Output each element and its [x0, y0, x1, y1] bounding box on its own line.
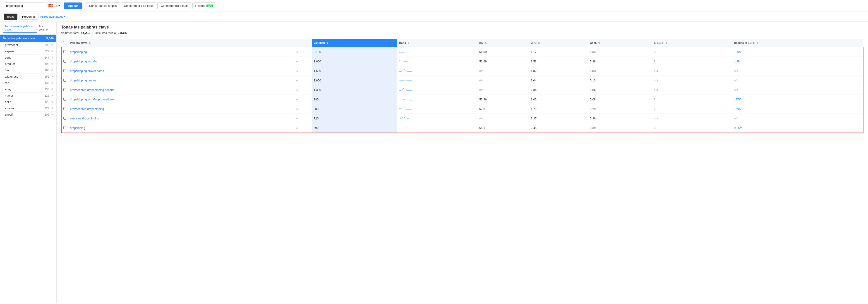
sort-icon-cpc: ⇅: [538, 42, 540, 44]
main-layout: Por número de palabras clave Por volumen…: [0, 22, 868, 303]
th-kd[interactable]: KD ⇅: [477, 39, 529, 47]
sidebar-tab-count[interactable]: Por número de palabras clave: [3, 24, 37, 33]
search-input[interactable]: [4, 2, 44, 9]
trend-chart: [399, 59, 412, 64]
th-com[interactable]: Com. ⇅: [588, 39, 652, 47]
cell-value: 1.04: [531, 79, 536, 82]
eye-icon[interactable]: 👁: [51, 50, 54, 53]
th-results[interactable]: Results in SERP ⇅: [732, 39, 863, 47]
keyword-link[interactable]: dropshiping: [70, 126, 85, 130]
keyword-link[interactable]: proveedores dropshipping españa: [70, 88, 115, 92]
sidebar-item-left: › onlin: [3, 100, 11, 104]
eye-icon[interactable]: 👁: [51, 88, 54, 91]
select-all-checkbox[interactable]: [63, 41, 66, 44]
filter-preguntas[interactable]: Preguntas: [19, 13, 38, 20]
keyword-link[interactable]: dropshipping: [70, 50, 87, 54]
sidebar-item[interactable]: › amazon 121 👁: [0, 105, 56, 111]
sidebar-keyword-label: hac: [5, 69, 10, 72]
add-keyword-button[interactable]: + Añadir a Keyword Analyzer: [819, 22, 864, 22]
sidebar-item-left: › españa: [3, 49, 14, 53]
row-checkbox[interactable]: [63, 98, 66, 101]
keyword-link[interactable]: dropshipping españa proveedores: [70, 98, 115, 101]
filter-rows-icon[interactable]: ⇌: [296, 60, 298, 63]
eye-icon[interactable]: 👁: [51, 43, 54, 46]
keyword-link[interactable]: dropshipping proveedores: [70, 69, 104, 73]
keyword-link[interactable]: proveedores dropshipping: [70, 107, 104, 111]
keyword-link[interactable]: dropshipping españa: [70, 60, 97, 63]
row-checkbox[interactable]: [63, 126, 66, 129]
filter-rows-icon[interactable]: ⇌: [296, 88, 298, 92]
td-filter-icon: ⇌: [293, 76, 312, 85]
eye-icon[interactable]: 👁: [51, 107, 54, 110]
td-filter-icon: ⇌: [293, 95, 312, 104]
sidebar-item[interactable]: › rop 136 👁: [0, 80, 56, 86]
sidebar-item[interactable]: › proveedor 392 👁: [0, 42, 56, 48]
sort-icon-kd: ⇅: [485, 42, 487, 44]
sidebar-item[interactable]: › shopifi 105 👁: [0, 111, 56, 118]
row-checkbox[interactable]: [63, 88, 66, 91]
results-link[interactable]: 197K: [734, 98, 741, 101]
advanced-filters[interactable]: Filtros avanzados ▾: [40, 15, 66, 18]
td-com: 0.86: [588, 85, 652, 95]
apply-button[interactable]: Aplicar: [64, 2, 82, 9]
row-checkbox[interactable]: [63, 60, 66, 63]
tab-exact[interactable]: Concordancia exacta: [157, 2, 192, 9]
row-checkbox[interactable]: [63, 50, 66, 53]
filter-rows-icon[interactable]: ⇌: [296, 107, 298, 111]
filter-rows-icon[interactable]: ⇌: [296, 50, 298, 54]
sidebar-item[interactable]: › mayor 126 👁: [0, 93, 56, 99]
results-link[interactable]: 759K: [734, 107, 741, 111]
filter-todas[interactable]: Todas: [4, 13, 18, 20]
keyword-link[interactable]: servicios dropshipping: [70, 117, 99, 120]
th-trend[interactable]: Trend ⇅: [397, 39, 477, 47]
sidebar-item[interactable]: › españa 329 👁: [0, 48, 56, 55]
eye-icon[interactable]: 👁: [51, 100, 54, 104]
sidebar-item[interactable]: › tiend 244 👁: [0, 55, 56, 61]
results-link[interactable]: 120M: [734, 50, 741, 54]
results-link[interactable]: 1.2M: [734, 60, 741, 63]
sidebar-item[interactable]: › ebay 133 👁: [0, 86, 56, 93]
filter-rows-icon[interactable]: ⇌: [296, 117, 298, 120]
results-link[interactable]: 99.5M: [734, 126, 742, 130]
filter-rows-icon[interactable]: ⇌: [296, 69, 298, 73]
sidebar-tab-volume[interactable]: Por volumen: [37, 24, 54, 32]
eye-icon[interactable]: 👁: [51, 94, 54, 97]
eye-icon[interactable]: 👁: [51, 75, 54, 78]
tab-phrase[interactable]: Concordancia de frase: [121, 2, 157, 9]
td-kd: 57.87: [477, 104, 529, 114]
sidebar-all-row[interactable]: Todas las palabras clave 5,566: [0, 35, 56, 42]
sort-icon-results: ⇅: [756, 42, 758, 44]
cell-value: 3: [654, 50, 655, 54]
th-fserp[interactable]: F. SERP ⇅: [652, 39, 732, 47]
table-header-row: Palabra clave ⇅ Volumen ⇅ Trend ⇅: [61, 39, 863, 47]
row-checkbox[interactable]: [63, 117, 66, 120]
td-kd: n/a: [477, 66, 529, 76]
sidebar-item-left: › shopifi: [3, 113, 13, 116]
row-checkbox[interactable]: [63, 69, 66, 72]
tab-related[interactable]: Related NEW: [192, 2, 216, 9]
td-trend: [397, 123, 477, 133]
sidebar-item[interactable]: › product 193 👁: [0, 61, 56, 67]
keyword-link[interactable]: dropshipping que es: [70, 79, 96, 82]
eye-icon[interactable]: 👁: [51, 113, 54, 116]
th-keyword[interactable]: Palabra clave ⇅: [68, 39, 293, 47]
sidebar-item[interactable]: › hac 160 👁: [0, 67, 56, 73]
eye-icon[interactable]: 👁: [51, 56, 54, 59]
eye-icon[interactable]: 👁: [51, 81, 54, 85]
eye-icon[interactable]: 👁: [51, 62, 54, 66]
th-cpc[interactable]: CPC ⇅: [529, 39, 588, 47]
tab-broad[interactable]: Concordancia amplia: [86, 2, 120, 9]
cell-value: 3: [654, 126, 655, 130]
filter-rows-icon[interactable]: ⇌: [296, 126, 298, 130]
filter-rows-icon[interactable]: ⇌: [296, 79, 298, 82]
filter-rows-icon[interactable]: ⇌: [296, 98, 298, 101]
export-button[interactable]: ⬆ Export: [798, 22, 817, 22]
row-checkbox[interactable]: [63, 107, 66, 110]
sidebar-item[interactable]: › onlin 122 👁: [0, 99, 56, 105]
sidebar-item[interactable]: › aliexpress 156 👁: [0, 73, 56, 80]
th-volume[interactable]: Volumen ⇅: [312, 39, 397, 47]
language-selector[interactable]: 🇪🇸 ES ▾: [46, 2, 62, 9]
td-trend: [397, 66, 477, 76]
row-checkbox[interactable]: [63, 79, 66, 82]
eye-icon[interactable]: 👁: [51, 69, 54, 72]
